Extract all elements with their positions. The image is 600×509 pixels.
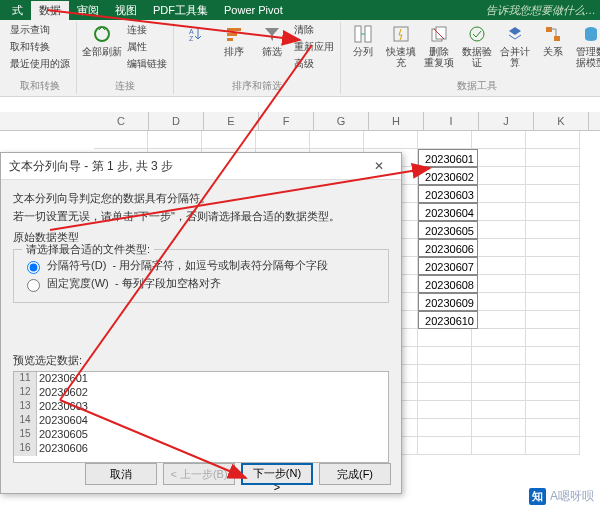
tab-view[interactable]: 视图: [107, 1, 145, 20]
data-model-button[interactable]: 管理数据模型: [573, 22, 600, 70]
data-cell[interactable]: 20230604: [418, 203, 478, 221]
group-label: 排序和筛选: [178, 79, 336, 94]
relationships-icon: [543, 24, 563, 44]
preview-row: 1620230606: [14, 442, 388, 456]
group-label: 取和转换: [8, 79, 72, 94]
data-cell[interactable]: 20230608: [418, 275, 478, 293]
preview-box: 1120230601122023060213202306031420230604…: [13, 371, 389, 463]
column-headers: C D E F G H I J K: [0, 112, 600, 131]
fixed-width-radio-input[interactable]: [27, 279, 40, 292]
tab-data[interactable]: 数据: [31, 1, 69, 20]
col-header[interactable]: G: [314, 112, 369, 130]
finish-button[interactable]: 完成(F): [319, 463, 391, 485]
edit-links[interactable]: 编辑链接: [125, 56, 169, 72]
col-header[interactable]: F: [259, 112, 314, 130]
svg-point-0: [95, 27, 109, 41]
show-queries[interactable]: 显示查询: [8, 22, 72, 38]
group-label: 数据工具: [345, 79, 600, 94]
svg-point-12: [470, 27, 484, 41]
preview-row: 1120230601: [14, 372, 388, 386]
ribbon-group-sort-filter: AZ 排序 筛选 清除 重新应用 高级 排序和筛选: [174, 22, 341, 94]
preview-row: 1520230605: [14, 428, 388, 442]
tell-me-hint[interactable]: 告诉我您想要做什么…: [486, 3, 596, 18]
clear-filter[interactable]: 清除: [292, 22, 336, 38]
sort-button[interactable]: 排序: [216, 22, 252, 72]
refresh-all-button[interactable]: 全部刷新: [81, 22, 123, 72]
ribbon-group-connections: 全部刷新 连接 属性 编辑链接 连接: [77, 22, 174, 94]
ribbon-group-data-tools: 分列 快速填充 删除重复项 数据验证 合并计算 关系 管理数据模型 数据工具: [341, 22, 600, 94]
col-header[interactable]: I: [424, 112, 479, 130]
svg-text:A: A: [189, 28, 194, 35]
zhihu-icon: 知: [529, 488, 546, 505]
data-cell[interactable]: 20230609: [418, 293, 478, 311]
menu-tabs: 式 数据 审阅 视图 PDF工具集 Power Pivot 告诉我您想要做什么…: [0, 0, 600, 20]
filter-icon: [262, 24, 282, 44]
watermark: 知 A嗯呀呗: [529, 488, 594, 505]
data-cell[interactable]: 20230606: [418, 239, 478, 257]
group-label: 连接: [81, 79, 169, 94]
ribbon: 显示查询 取和转换 最近使用的源 取和转换 全部刷新 连接 属性 编辑链接 连接…: [0, 20, 600, 97]
svg-rect-3: [227, 28, 241, 31]
advanced-filter[interactable]: 高级: [292, 56, 336, 72]
svg-rect-14: [554, 36, 560, 41]
tab-pdf[interactable]: PDF工具集: [145, 1, 216, 20]
remove-duplicates-icon: [429, 24, 449, 44]
col-header[interactable]: K: [534, 112, 589, 130]
filter-button[interactable]: 筛选: [254, 22, 290, 72]
data-cell[interactable]: 20230603: [418, 185, 478, 203]
tab-format[interactable]: 式: [4, 1, 31, 20]
from-table[interactable]: 取和转换: [8, 39, 72, 55]
col-header[interactable]: D: [149, 112, 204, 130]
remove-duplicates-button[interactable]: 删除重复项: [421, 22, 457, 70]
wizard-buttons: 取消 < 上一步(B) 下一步(N) > 完成(F): [85, 463, 391, 485]
ribbon-group-get-transform: 显示查询 取和转换 最近使用的源 取和转换: [4, 22, 77, 94]
col-header[interactable]: C: [94, 112, 149, 130]
sort-asc-button[interactable]: AZ: [178, 22, 214, 72]
sort-asc-icon: AZ: [186, 24, 206, 44]
svg-rect-5: [227, 38, 233, 41]
preview-row: 1420230604: [14, 414, 388, 428]
watermark-text: A嗯呀呗: [550, 488, 594, 505]
flash-fill-button[interactable]: 快速填充: [383, 22, 419, 70]
data-cell[interactable]: 20230610: [418, 311, 478, 329]
text-to-columns-wizard: 文本分列向导 - 第 1 步, 共 3 步 ✕ 文本分列向导判定您的数据具有分隔…: [0, 152, 402, 494]
svg-rect-4: [227, 33, 237, 36]
consolidate-button[interactable]: 合并计算: [497, 22, 533, 70]
wizard-titlebar: 文本分列向导 - 第 1 步, 共 3 步 ✕: [1, 153, 401, 180]
consolidate-icon: [505, 24, 525, 44]
cancel-button[interactable]: 取消: [85, 463, 157, 485]
data-cell[interactable]: 20230605: [418, 221, 478, 239]
properties[interactable]: 属性: [125, 39, 169, 55]
tab-review[interactable]: 审阅: [69, 1, 107, 20]
refresh-icon: [92, 24, 112, 44]
wizard-title: 文本分列向导 - 第 1 步, 共 3 步: [9, 158, 173, 175]
relationships-button[interactable]: 关系: [535, 22, 571, 70]
data-validation-button[interactable]: 数据验证: [459, 22, 495, 70]
data-cell[interactable]: 20230607: [418, 257, 478, 275]
col-header[interactable]: J: [479, 112, 534, 130]
data-cell[interactable]: 20230602: [418, 167, 478, 185]
data-cell[interactable]: 20230601: [418, 149, 478, 167]
close-button[interactable]: ✕: [365, 159, 393, 173]
col-header[interactable]: E: [204, 112, 259, 130]
next-button[interactable]: 下一步(N) >: [241, 463, 313, 485]
text-to-columns-button[interactable]: 分列: [345, 22, 381, 70]
fixed-width-radio[interactable]: 固定宽度(W) - 每列字段加空格对齐: [22, 276, 380, 292]
preview-row: 1320230603: [14, 400, 388, 414]
delimited-radio-input[interactable]: [27, 261, 40, 274]
wizard-intro2: 若一切设置无误，请单击"下一步"，否则请选择最合适的数据类型。: [13, 209, 389, 224]
recent-sources[interactable]: 最近使用的源: [8, 56, 72, 72]
preview-label: 预览选定数据:: [13, 353, 389, 368]
connections[interactable]: 连接: [125, 22, 169, 38]
flash-fill-icon: [391, 24, 411, 44]
back-button: < 上一步(B): [163, 463, 235, 485]
file-type-group: 请选择最合适的文件类型: 分隔符号(D) - 用分隔字符，如逗号或制表符分隔每个…: [13, 249, 389, 303]
tab-powerpivot[interactable]: Power Pivot: [216, 2, 291, 18]
svg-rect-13: [546, 27, 552, 32]
delimited-radio[interactable]: 分隔符号(D) - 用分隔字符，如逗号或制表符分隔每个字段: [22, 258, 380, 274]
file-type-legend: 请选择最合适的文件类型:: [22, 242, 154, 257]
col-header[interactable]: H: [369, 112, 424, 130]
reapply-filter[interactable]: 重新应用: [292, 39, 336, 55]
data-validation-icon: [467, 24, 487, 44]
data-model-icon: [581, 24, 600, 44]
